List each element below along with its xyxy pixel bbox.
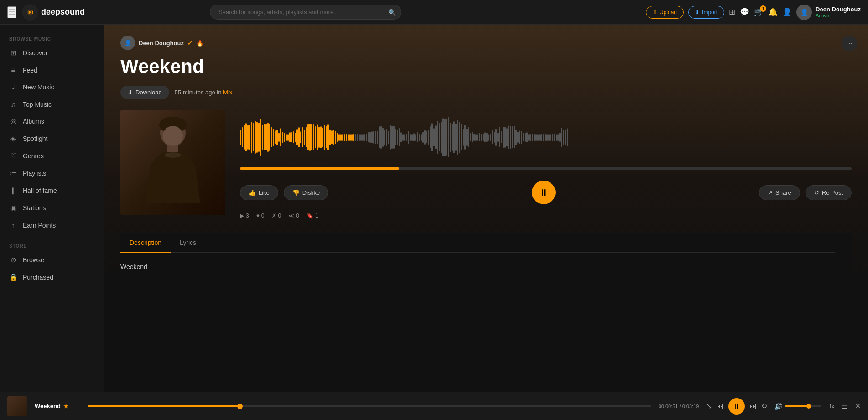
- discover-icon: ⊞: [9, 49, 17, 57]
- player-progress-bar[interactable]: [88, 405, 651, 407]
- waveform-bar: [260, 119, 261, 156]
- waveform-bar: [351, 134, 353, 141]
- waveform-bar: [534, 134, 535, 141]
- player-thumb-art: [7, 396, 27, 416]
- mix-link[interactable]: Mix: [223, 89, 232, 96]
- waveform-bar: [317, 124, 318, 150]
- search-input[interactable]: [210, 5, 401, 20]
- waveform-bar: [275, 130, 276, 144]
- sidebar-item-feed[interactable]: ≡ Feed: [0, 62, 104, 78]
- sidebar-item-playlists[interactable]: ≔ Playlists: [0, 165, 104, 182]
- thumbs-down-icon: 👎: [292, 189, 300, 196]
- waveform-bar: [240, 130, 241, 145]
- waveform-bar: [488, 134, 489, 141]
- user-info[interactable]: 👤 Deen Doughouz Active: [796, 5, 861, 20]
- logo[interactable]: deepsound: [22, 4, 85, 21]
- waveform-bar: [368, 132, 369, 142]
- time-info: 55 minutes ago in Mix: [175, 89, 232, 96]
- volume-bar[interactable]: [785, 405, 821, 407]
- sidebar-item-top-music[interactable]: ♬ Top Music: [0, 96, 104, 113]
- waveform-bar: [506, 128, 508, 146]
- waveform-bar: [379, 126, 380, 148]
- repost-button[interactable]: ↺ Re Post: [806, 185, 852, 200]
- next-button[interactable]: ⏭: [749, 402, 757, 410]
- tab-lyrics[interactable]: Lyrics: [171, 233, 205, 253]
- download-button[interactable]: ⬇ Download: [120, 86, 169, 99]
- sidebar-item-earn-points[interactable]: ↑ Earn Points: [0, 217, 104, 233]
- waveform-bar: [439, 123, 440, 151]
- cart-button[interactable]: 🛒 1: [754, 7, 764, 17]
- import-button[interactable]: ⬇ Import: [688, 6, 724, 19]
- hamburger-menu[interactable]: ☰: [7, 6, 16, 18]
- waveform-bar: [295, 133, 296, 142]
- sidebar-item-albums[interactable]: ◎ Albums: [0, 113, 104, 130]
- play-pause-button[interactable]: ⏸: [728, 398, 745, 415]
- waveform-bar: [338, 134, 340, 141]
- close-player-button[interactable]: ✕: [855, 402, 861, 410]
- volume-section: 🔊: [774, 403, 821, 410]
- waveform-bar: [349, 134, 351, 141]
- waveform-bar: [515, 130, 517, 145]
- repeat-button[interactable]: ↻: [761, 402, 767, 410]
- waveform-bar: [300, 131, 301, 144]
- progress-fill: [240, 167, 399, 170]
- waveform-bar: [450, 123, 451, 152]
- waveform-bar: [419, 134, 420, 141]
- like-button[interactable]: 👍 Like: [240, 185, 278, 200]
- queue-button[interactable]: ☰: [842, 402, 847, 410]
- waveform-display[interactable]: [240, 114, 852, 160]
- sidebar-item-discover[interactable]: ⊞ Discover: [0, 44, 104, 62]
- share-button[interactable]: ↗ Share: [759, 185, 800, 200]
- artist-name[interactable]: Deen Doughouz: [139, 40, 184, 47]
- waveform-bar: [287, 134, 289, 141]
- progress-bar[interactable]: [240, 167, 852, 170]
- search-icon[interactable]: 🔍: [388, 9, 396, 16]
- sidebar-item-genres[interactable]: ♡ Genres: [0, 147, 104, 165]
- sidebar-item-purchased[interactable]: 🔒 Purchased: [0, 269, 104, 286]
- waveform-bar: [360, 134, 362, 141]
- waveform-bar: [437, 121, 438, 153]
- sidebar-item-stations[interactable]: ◉ Stations: [0, 199, 104, 217]
- waveform-bar: [391, 126, 393, 149]
- profile-settings-button[interactable]: 👤: [782, 7, 792, 17]
- pause-button[interactable]: ⏸: [532, 181, 556, 204]
- genres-icon: ♡: [9, 152, 17, 160]
- waveform-bar: [242, 127, 243, 148]
- waveform-bar: [435, 125, 437, 149]
- speed-button[interactable]: 1x: [829, 404, 834, 409]
- waveform-bar: [309, 124, 311, 151]
- waveform-bar: [504, 127, 506, 148]
- waveform-bar: [282, 132, 283, 143]
- sidebar-item-spotlight[interactable]: ◈ Spotlight: [0, 130, 104, 147]
- waveform-bar: [324, 125, 325, 150]
- grid-view-button[interactable]: ⊞: [729, 7, 735, 17]
- waveform-bar: [548, 134, 550, 141]
- upload-button[interactable]: ⬆ Upload: [646, 6, 684, 19]
- bookmarks-stat: 🔖 1: [307, 213, 318, 219]
- upload-icon: ⬆: [653, 9, 657, 16]
- sidebar-item-browse-store[interactable]: ⊙ Browse: [0, 251, 104, 269]
- waveform-bar: [497, 133, 499, 142]
- waveform-bar: [545, 134, 546, 141]
- waveform-bar: [302, 127, 303, 147]
- dislike-button[interactable]: 👎 Dislike: [284, 185, 328, 200]
- notifications-button[interactable]: 🔔: [768, 7, 778, 17]
- messages-button[interactable]: 💬: [740, 7, 749, 17]
- waveform-bar: [525, 133, 526, 142]
- dislikes-stat: ✗ 0: [272, 213, 281, 219]
- prev-button[interactable]: ⏮: [717, 402, 724, 410]
- waveform-bar: [318, 127, 320, 148]
- sidebar-item-hall-of-fame[interactable]: ∥ Hall of fame: [0, 182, 104, 199]
- more-options-button[interactable]: ···: [842, 36, 857, 51]
- waveform-bar: [503, 127, 504, 148]
- expand-button[interactable]: ⤡: [706, 402, 712, 410]
- tab-description[interactable]: Description: [120, 233, 171, 253]
- sidebar-item-new-music[interactable]: ♩ New Music: [0, 78, 104, 96]
- waveform-bar: [278, 133, 280, 142]
- album-art: [120, 110, 225, 215]
- waveform-bar: [311, 124, 312, 151]
- waveform-bar: [357, 134, 358, 141]
- waveform-bar: [284, 133, 285, 141]
- dislike-stat-icon: ✗: [272, 213, 276, 219]
- waveform-bar: [366, 134, 367, 141]
